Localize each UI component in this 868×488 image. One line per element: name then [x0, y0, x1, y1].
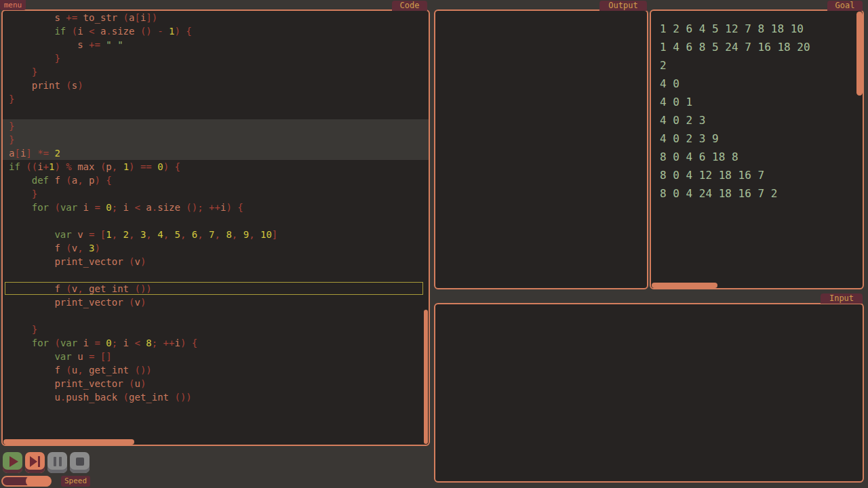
goal-line: 2	[660, 56, 854, 75]
goal-horizontal-scrollbar-thumb[interactable]	[652, 283, 717, 288]
speed-label: Speed	[61, 476, 90, 487]
code-line[interactable]	[3, 268, 429, 282]
code-line[interactable]: a[i] *= 2	[3, 146, 429, 160]
code-line[interactable]	[3, 214, 429, 228]
code-line-current[interactable]: f (v, get_int ())	[3, 282, 429, 296]
goal-line: 4 0 1	[660, 93, 854, 111]
code-line[interactable]: }	[3, 65, 429, 79]
code-line[interactable]: def f (a, p) {	[3, 174, 429, 187]
goal-line: 8 0 4 24 18 16 7 2	[660, 184, 854, 203]
code-line[interactable]: }	[3, 187, 429, 201]
code-line[interactable]: if (i < a.size () - 1) {	[3, 24, 429, 38]
goal-line: 4 0 2 3	[660, 111, 854, 129]
stop-icon	[76, 458, 84, 466]
code-line[interactable]: for (var i = 0; i < a.size (); ++i) {	[3, 201, 429, 214]
output-panel	[434, 9, 648, 289]
code-line[interactable]	[3, 106, 429, 119]
code-line[interactable]: s += to_str (a[i])	[3, 11, 429, 24]
code-line[interactable]: var u = []	[3, 350, 429, 363]
input-panel[interactable]	[434, 303, 864, 483]
goal-line: 4 0	[660, 75, 854, 93]
code-line[interactable]: var v = [1, 2, 3, 4, 5, 6, 7, 8, 9, 10]	[3, 228, 429, 241]
step-button[interactable]	[25, 452, 45, 473]
pause-button[interactable]	[47, 452, 67, 473]
code-horizontal-scrollbar-thumb[interactable]	[3, 439, 134, 445]
play-button[interactable]	[3, 452, 22, 473]
code-panel: s += to_str (a[i]) if (i < a.size () - 1…	[1, 9, 430, 446]
tab-code: Code	[392, 1, 427, 11]
code-vertical-scrollbar-thumb[interactable]	[424, 310, 428, 444]
goal-line: 4 0 2 3 9	[660, 129, 854, 148]
tab-output: Output	[599, 1, 647, 11]
tab-input: Input	[821, 293, 863, 304]
menu-button[interactable]: menu	[0, 0, 26, 10]
code-line[interactable]: }	[3, 52, 429, 65]
code-line[interactable]: }	[3, 133, 429, 146]
code-line[interactable]: }	[3, 119, 429, 133]
code-line[interactable]: for (var i = 0; i < 8; ++i) {	[3, 336, 429, 350]
goal-line: 8 0 4 12 18 16 7	[660, 166, 854, 184]
code-line[interactable]: f (v, 3)	[3, 241, 429, 255]
code-line[interactable]: print (s)	[3, 79, 429, 92]
code-line[interactable]: }	[3, 92, 429, 106]
code-line[interactable]: }	[3, 323, 429, 336]
code-line[interactable]	[3, 309, 429, 323]
goal-line: 1 4 6 8 5 24 7 16 18 20	[660, 38, 854, 56]
goal-panel: 1 2 6 4 5 12 7 8 18 101 4 6 8 5 24 7 16 …	[650, 9, 864, 289]
speed-slider-knob[interactable]	[26, 476, 52, 487]
code-line[interactable]: f (u, get_int ())	[3, 363, 429, 377]
code-line[interactable]: u.push_back (get_int ())	[3, 390, 429, 404]
tab-goal: Goal	[827, 1, 863, 11]
step-forward-icon	[30, 456, 40, 467]
stop-button[interactable]	[70, 452, 90, 473]
code-line[interactable]: if ((i+1) % max (p, 1) == 0) {	[3, 160, 429, 174]
pause-icon	[54, 457, 62, 466]
play-icon	[9, 456, 18, 467]
code-line[interactable]: print_vector (u)	[3, 377, 429, 390]
code-line[interactable]: s += " "	[3, 38, 429, 52]
code-editor[interactable]: s += to_str (a[i]) if (i < a.size () - 1…	[3, 11, 429, 404]
code-line[interactable]: print_vector (v)	[3, 255, 429, 268]
goal-line: 1 2 6 4 5 12 7 8 18 10	[660, 20, 854, 38]
code-line[interactable]: print_vector (v)	[3, 296, 429, 309]
goal-vertical-scrollbar-thumb[interactable]	[856, 12, 863, 96]
goal-text: 1 2 6 4 5 12 7 8 18 101 4 6 8 5 24 7 16 …	[660, 20, 854, 203]
goal-line: 8 0 4 6 18 8	[660, 148, 854, 166]
